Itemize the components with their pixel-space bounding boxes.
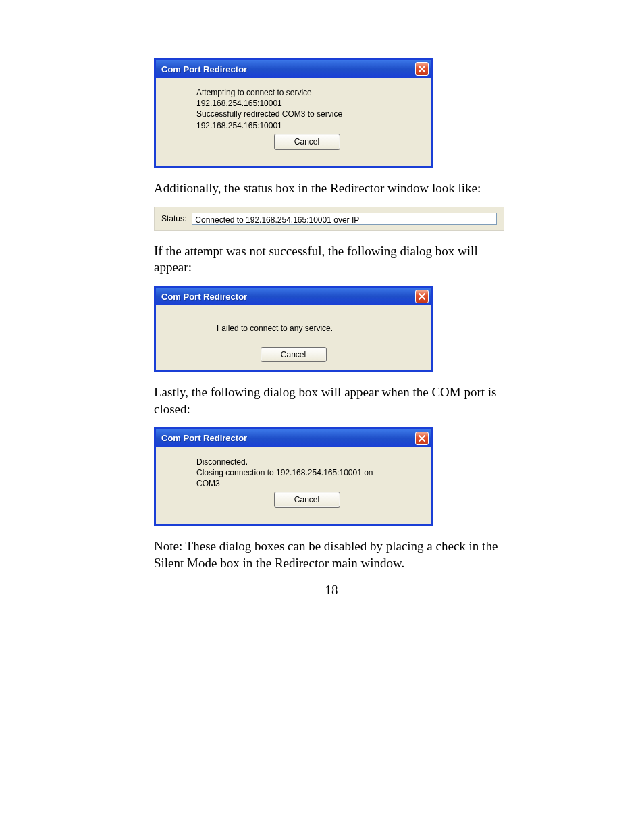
dialog-message: Attempting to connect to service 192.168… xyxy=(156,78,431,166)
close-icon[interactable] xyxy=(415,432,429,445)
status-bar: Status: Connected to 192.168.254.165:100… xyxy=(154,207,504,231)
body-text: Lastly, the following dialog box will ap… xyxy=(154,384,509,417)
close-icon[interactable] xyxy=(415,290,429,303)
dialog-title: Com Port Redirector xyxy=(161,64,247,74)
dialog-titlebar: Com Port Redirector xyxy=(156,60,431,78)
status-label: Status: xyxy=(161,214,186,224)
body-text: Additionally, the status box in the Redi… xyxy=(154,180,509,197)
dialog-message: Disconnected. Closing connection to 192.… xyxy=(156,447,431,525)
dialog-line: Attempting to connect to service xyxy=(196,87,417,98)
dialog-message: Failed to connect to any service. xyxy=(156,305,431,347)
page-number: 18 xyxy=(154,583,509,598)
body-text: If the attempt was not successful, the f… xyxy=(154,243,509,276)
dialog-line: Closing connection to 192.168.254.165:10… xyxy=(196,467,417,478)
dialog-line: 192.168.254.165:10001 xyxy=(196,120,417,131)
cancel-button[interactable]: Cancel xyxy=(274,134,340,150)
dialog-line: Disconnected. xyxy=(196,457,417,467)
cancel-button[interactable]: Cancel xyxy=(274,492,340,508)
dialog-line: Failed to connect to any service. xyxy=(217,323,417,334)
body-text: Note: These dialog boxes can be disabled… xyxy=(154,538,509,571)
dialog-connection-success: Com Port Redirector Attempting to connec… xyxy=(154,58,433,168)
dialog-line: 192.168.254.165:10001 xyxy=(196,98,417,109)
cancel-button[interactable]: Cancel xyxy=(261,347,327,362)
dialog-title: Com Port Redirector xyxy=(161,292,247,302)
dialog-line: COM3 xyxy=(196,478,417,489)
dialog-titlebar: Com Port Redirector xyxy=(156,429,431,447)
dialog-titlebar: Com Port Redirector xyxy=(156,288,431,305)
document-page: Com Port Redirector Attempting to connec… xyxy=(0,0,644,652)
close-icon[interactable] xyxy=(415,62,429,76)
dialog-title: Com Port Redirector xyxy=(161,433,247,443)
dialog-connection-failed: Com Port Redirector Failed to connect to… xyxy=(154,286,433,372)
dialog-line: Successfully redirected COM3 to service xyxy=(196,109,417,120)
dialog-disconnected: Com Port Redirector Disconnected. Closin… xyxy=(154,427,433,527)
status-field: Connected to 192.168.254.165:10001 over … xyxy=(192,213,497,225)
